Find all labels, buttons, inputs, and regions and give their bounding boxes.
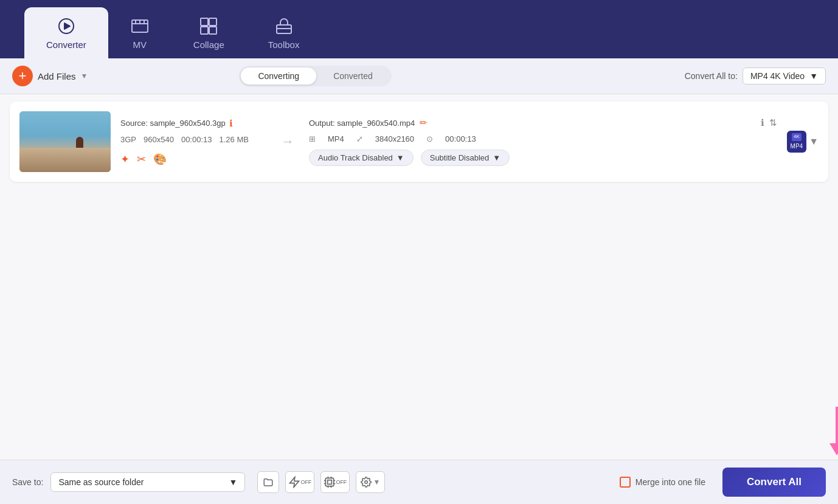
- cpu-icon-btn[interactable]: OFF: [320, 471, 350, 493]
- edit-output-icon[interactable]: ✏: [420, 117, 428, 128]
- output-duration-icon: ⊙: [426, 134, 433, 143]
- effects-icon[interactable]: 🎨: [153, 153, 167, 166]
- format-select[interactable]: MP4 4K Video ▼: [743, 67, 826, 85]
- merge-checkbox[interactable]: [620, 477, 631, 488]
- output-dropdowns: Audio Track Disabled ▼ Subtitle Disabled…: [309, 150, 777, 166]
- output-info-icon[interactable]: ℹ: [761, 117, 764, 128]
- converting-tab[interactable]: Converting: [241, 67, 316, 85]
- svg-rect-3: [201, 18, 208, 26]
- convert-all-to-section: Convert All to: MP4 4K Video ▼: [685, 67, 826, 85]
- svg-rect-10: [328, 480, 332, 485]
- bottom-bar-wrapper: Save to: Same as source folder ▼ OFF: [0, 460, 838, 504]
- format-dropdown-icon: ▼: [809, 71, 818, 81]
- file-thumbnail: [19, 111, 111, 172]
- top-navigation: Converter MV Collage Toolbox: [0, 0, 838, 58]
- speed-icon-btn[interactable]: OFF: [285, 471, 314, 493]
- audio-track-dropdown[interactable]: Audio Track Disabled ▼: [309, 150, 414, 166]
- source-info-icon[interactable]: ℹ: [229, 118, 233, 129]
- output-format-icon: ⊞: [309, 134, 316, 143]
- file-info-left: Source: sample_960x540.3gp ℹ 3GP 960x540…: [120, 118, 266, 166]
- add-files-button[interactable]: + Add Files ▼: [12, 66, 88, 86]
- tab-converter[interactable]: Converter: [24, 7, 108, 58]
- svg-rect-5: [201, 27, 208, 34]
- subtitle-dropdown-icon: ▼: [493, 153, 500, 162]
- file-meta: 3GP 960x540 00:00:13 1.26 MB: [120, 135, 266, 144]
- svg-marker-1: [64, 23, 70, 29]
- cut-icon[interactable]: ✂: [137, 153, 146, 166]
- file-item: Source: sample_960x540.3gp ℹ 3GP 960x540…: [10, 102, 828, 182]
- file-info-right: Output: sample_960x540.mp4 ✏ ℹ ⇅ ⊞ MP4 ⤢…: [309, 117, 777, 166]
- add-files-dropdown-icon[interactable]: ▼: [81, 72, 88, 80]
- output-specs: ⊞ MP4 ⤢ 3840x2160 ⊙ 00:00:13: [309, 134, 777, 143]
- tab-group: Converting Converted: [239, 66, 391, 86]
- bottom-bar: Save to: Same as source folder ▼ OFF: [0, 460, 838, 504]
- bottom-icons: OFF OFF: [257, 471, 385, 493]
- toolbar: + Add Files ▼ Converting Converted Conve…: [0, 58, 838, 94]
- convert-all-button[interactable]: Convert All: [722, 468, 826, 497]
- output-settings-icon[interactable]: ⇅: [769, 117, 777, 128]
- svg-point-19: [365, 481, 368, 484]
- converted-tab[interactable]: Converted: [316, 67, 390, 85]
- subtitle-dropdown[interactable]: Subtitle Disabled ▼: [421, 150, 510, 166]
- output-resolution-icon: ⤢: [356, 134, 363, 143]
- format-badge: 4K MP4: [787, 131, 807, 152]
- svg-rect-6: [209, 27, 216, 34]
- file-item-right: 4K MP4 ▼: [787, 131, 819, 152]
- enhance-icon[interactable]: ✦: [120, 153, 130, 166]
- tab-collage[interactable]: Collage: [171, 7, 246, 58]
- output-label: Output: sample_960x540.mp4 ✏ ℹ ⇅: [309, 117, 777, 128]
- settings-icon-btn[interactable]: ▼: [356, 471, 385, 493]
- folder-icon-btn[interactable]: [257, 471, 279, 493]
- svg-rect-9: [326, 478, 334, 486]
- main-content: + Add Files ▼ Converting Converted Conve…: [0, 58, 838, 504]
- source-label: Source: sample_960x540.3gp ℹ: [120, 118, 266, 129]
- badge-dropdown-icon[interactable]: ▼: [809, 136, 819, 147]
- arrow-divider: →: [281, 134, 294, 150]
- tab-mv[interactable]: MV: [108, 7, 171, 58]
- save-path-dropdown-icon: ▼: [229, 477, 238, 487]
- svg-rect-4: [209, 18, 216, 26]
- audio-dropdown-icon: ▼: [396, 153, 404, 162]
- tab-toolbox[interactable]: Toolbox: [246, 7, 322, 58]
- file-list: Source: sample_960x540.3gp ℹ 3GP 960x540…: [0, 94, 838, 460]
- merge-section: Merge into one file: [620, 477, 705, 488]
- file-actions: ✦ ✂ 🎨: [120, 153, 266, 166]
- save-path-select[interactable]: Same as source folder ▼: [50, 472, 245, 492]
- add-files-icon: +: [12, 66, 33, 86]
